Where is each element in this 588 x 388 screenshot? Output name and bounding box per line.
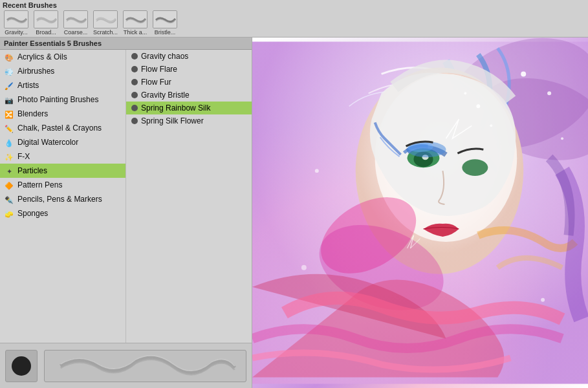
category-item-acrylics[interactable]: 🎨 Acrylics & Oils xyxy=(0,50,125,64)
category-item-chalk[interactable]: ✏️ Chalk, Pastel & Crayons xyxy=(0,121,125,135)
category-item-particles[interactable]: ✦ Particles xyxy=(0,164,125,178)
category-label: Pencils, Pens & Markers xyxy=(17,195,102,204)
svg-point-49 xyxy=(561,137,563,140)
svg-point-47 xyxy=(521,71,526,76)
brush-size-preview xyxy=(5,350,38,382)
svg-text:✏️: ✏️ xyxy=(5,124,14,133)
blend-icon: 🔀 xyxy=(4,109,14,119)
categories-list: 🎨 Acrylics & Oils 💨 Airbrushes 🖌️ Artist… xyxy=(0,50,126,343)
svg-point-50 xyxy=(315,169,319,173)
category-label: Particles xyxy=(17,166,47,175)
category-label: Pattern Pens xyxy=(17,180,62,189)
watercolor-icon: 💧 xyxy=(4,137,14,147)
brush-item-gravity-bristle[interactable]: Gravity Bristle xyxy=(126,89,252,102)
category-label: Digital Watercolor xyxy=(17,138,78,147)
brush-thumb-label: Thick a... xyxy=(122,29,149,36)
svg-point-45 xyxy=(464,92,466,94)
category-label: Airbrushes xyxy=(17,67,54,76)
brush-item-spring-silk-flower[interactable]: Spring Silk Flower xyxy=(126,114,252,127)
recent-brush-item[interactable]: Gravity... xyxy=(3,10,30,36)
svg-point-48 xyxy=(547,91,551,95)
svg-text:🖌️: 🖌️ xyxy=(5,81,14,91)
brush-item-flow-flare[interactable]: Flow Flare xyxy=(126,63,252,76)
recent-brush-item[interactable]: Broad... xyxy=(32,10,60,36)
photo-icon: 📷 xyxy=(4,94,14,105)
category-item-pattern-pens[interactable]: 🔶 Pattern Pens xyxy=(0,178,125,192)
category-item-blenders[interactable]: 🔀 Blenders xyxy=(0,107,125,121)
panel-title: Painter Essentials 5 Brushes xyxy=(0,38,252,50)
recent-brushes-panel: Recent Brushes Gravity... Broad... Coars… xyxy=(0,0,588,38)
category-item-digital-watercolor[interactable]: 💧 Digital Watercolor xyxy=(0,135,125,149)
sponge-icon: 🧽 xyxy=(4,208,14,219)
brush-thumb-img xyxy=(4,10,28,28)
brush-thumb-img xyxy=(93,10,118,28)
brush-dot xyxy=(131,92,138,98)
brush-thumb-label: Scratch... xyxy=(92,29,119,36)
brushes-list: Gravity chaosFlow FlareFlow FurGravity B… xyxy=(126,50,252,343)
category-label: Artists xyxy=(17,81,39,90)
brush-label: Gravity Bristle xyxy=(141,91,190,100)
category-label: Photo Painting Brushes xyxy=(17,95,98,104)
brush-thumb-label: Bristle... xyxy=(151,29,179,36)
category-label: Blenders xyxy=(17,109,48,118)
brush-label: Spring Silk Flower xyxy=(141,116,204,125)
chalk-icon: ✏️ xyxy=(4,123,14,133)
recent-brush-item[interactable]: Thick a... xyxy=(122,10,149,36)
svg-text:📷: 📷 xyxy=(5,96,14,105)
fx-icon: ✨ xyxy=(4,151,14,162)
brush-thumb-img xyxy=(123,10,147,28)
category-label: F-X xyxy=(17,152,30,161)
brush-label: Spring Rainbow Silk xyxy=(141,103,210,113)
brush-thumb-img xyxy=(153,10,177,28)
artwork xyxy=(252,38,588,388)
brush-dot xyxy=(131,118,138,124)
brush-thumb-label: Coarse... xyxy=(62,29,89,36)
category-item-sponges[interactable]: 🧽 Sponges xyxy=(0,206,125,221)
category-item-artists[interactable]: 🖌️ Artists xyxy=(0,78,125,92)
palette-icon: 🎨 xyxy=(4,52,14,62)
recent-brush-item[interactable]: Coarse... xyxy=(62,10,89,36)
svg-point-52 xyxy=(541,298,545,302)
brush-thumb-label: Broad... xyxy=(32,29,60,36)
brush-stroke-preview xyxy=(44,350,246,382)
category-item-photo-painting[interactable]: 📷 Photo Painting Brushes xyxy=(0,92,125,107)
brush-dot xyxy=(131,105,138,111)
brush-item-flow-fur[interactable]: Flow Fur xyxy=(126,76,252,89)
svg-text:✨: ✨ xyxy=(5,153,14,162)
category-label: Sponges xyxy=(17,209,48,218)
brush-item-gravity-chaos[interactable]: Gravity chaos xyxy=(126,50,252,63)
brush-thumb-img xyxy=(34,10,58,28)
recent-brushes-title: Recent Brushes xyxy=(3,1,585,9)
artwork-svg xyxy=(252,38,588,388)
svg-point-46 xyxy=(490,124,492,127)
brush-thumb-label: Gravity... xyxy=(3,29,30,36)
category-label: Acrylics & Oils xyxy=(17,52,67,61)
recent-brush-item[interactable]: Scratch... xyxy=(92,10,119,36)
artist-icon: 🖌️ xyxy=(4,80,14,91)
pattern-icon: 🔶 xyxy=(4,180,14,190)
svg-point-44 xyxy=(476,104,480,108)
stroke-preview-svg xyxy=(51,350,239,382)
category-item-pencils[interactable]: ✒️ Pencils, Pens & Markers xyxy=(0,192,125,206)
svg-point-51 xyxy=(301,265,307,270)
svg-text:🔶: 🔶 xyxy=(5,181,14,190)
svg-text:🧽: 🧽 xyxy=(5,210,14,219)
airbrush-icon: 💨 xyxy=(4,66,14,76)
particles-icon: ✦ xyxy=(4,166,14,176)
svg-text:💨: 💨 xyxy=(5,67,14,76)
main-content: Painter Essentials 5 Brushes 🎨 Acrylics … xyxy=(0,38,588,388)
category-item-fx[interactable]: ✨ F-X xyxy=(0,149,125,164)
svg-text:✦: ✦ xyxy=(6,167,12,175)
brush-dot xyxy=(131,66,138,72)
brush-dot xyxy=(131,53,138,59)
brush-item-spring-rainbow-silk[interactable]: Spring Rainbow Silk xyxy=(126,102,252,114)
brush-label: Flow Flare xyxy=(141,65,177,74)
artwork-panel xyxy=(252,38,588,388)
category-item-airbrushes[interactable]: 💨 Airbrushes xyxy=(0,64,125,78)
svg-text:🔀: 🔀 xyxy=(5,110,14,119)
svg-point-41 xyxy=(462,159,488,176)
recent-brush-item[interactable]: Bristle... xyxy=(151,10,179,36)
svg-text:🎨: 🎨 xyxy=(5,53,14,62)
svg-text:✒️: ✒️ xyxy=(5,195,14,204)
svg-text:💧: 💧 xyxy=(5,138,14,147)
